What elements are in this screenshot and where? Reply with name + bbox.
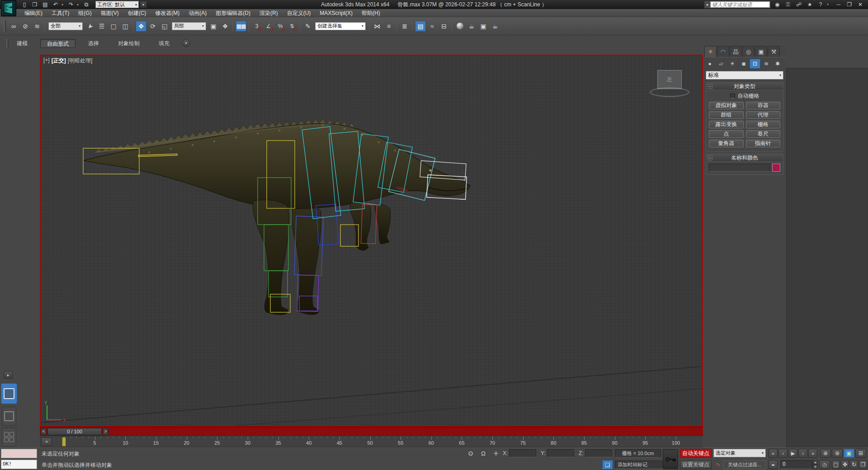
collapse-icon[interactable]: - [708, 84, 712, 89]
tab-display[interactable]: ▣ [755, 46, 767, 57]
zoom-all-icon[interactable]: ⊛ [832, 449, 843, 458]
viewcube[interactable]: 左 [649, 70, 690, 98]
bind-to-spacewarp-icon[interactable]: ≋ [32, 21, 42, 32]
object-type-button-2[interactable]: 群组 [709, 111, 744, 119]
app-logo[interactable] [1, 0, 16, 16]
save-file-icon[interactable]: ▤ [41, 1, 50, 8]
category-cameras-icon[interactable]: ◙ [738, 59, 749, 69]
object-color-swatch[interactable] [772, 164, 780, 172]
ribbon-tab-2[interactable]: 选择 [82, 39, 105, 48]
select-object-icon[interactable]: ➤ [82, 19, 98, 34]
category-helpers-icon[interactable]: ⊡ [750, 59, 760, 69]
toolbar-grip[interactable] [4, 20, 6, 32]
viewport[interactable]: [+] [正交] [明暗处理] 左 [40, 55, 703, 427]
workspace-selector[interactable]: 工作区: 默认 ▾ [95, 1, 139, 8]
category-geometry-icon[interactable]: ● [704, 59, 715, 69]
viewport-tab-flyout-icon[interactable]: ▸ [4, 371, 13, 379]
undo-icon[interactable]: ↶ [51, 1, 60, 8]
subscription-key-icon[interactable]: ⚿ [783, 1, 793, 8]
autogrid-checkbox[interactable] [730, 94, 735, 99]
redo-icon[interactable]: ↷ [66, 1, 75, 8]
tab-hierarchy[interactable]: 品 [730, 46, 742, 57]
zoom-icon[interactable]: ⊕ [820, 449, 831, 458]
zoom-region-icon[interactable]: ▢ [832, 460, 840, 469]
category-shapes-icon[interactable]: ▱ [716, 59, 726, 69]
communication-center-icon[interactable]: ☍ [794, 1, 803, 8]
key-selection-combo[interactable]: 选定对象 ▾ [713, 449, 766, 457]
snaps-toggle-3d-icon[interactable]: 3 [251, 21, 262, 32]
y-coord-field[interactable] [547, 449, 574, 457]
viewport-menu-general[interactable]: [+] [43, 57, 50, 65]
ribbon-tab-3[interactable]: 对象绘制 [112, 39, 146, 48]
default-tangent-icon[interactable]: ∿ [713, 461, 722, 469]
help-icon[interactable]: ? [816, 1, 825, 8]
select-and-move-icon[interactable]: ✥ [136, 21, 146, 32]
spinner-down-icon[interactable]: ▼ [813, 465, 818, 469]
track-bar[interactable]: ≈ 05101520253035404550556065707580859095… [40, 436, 703, 447]
orbit-icon[interactable]: ↻ [850, 460, 858, 469]
isolate-selection-icon[interactable]: ʘ [466, 449, 476, 458]
object-type-button-8[interactable]: 量角器 [709, 140, 744, 147]
absolute-offset-mode-icon[interactable]: ✛ [491, 449, 501, 458]
tab-utilities[interactable]: ⚒ [768, 46, 780, 57]
keyboard-shortcut-override-icon[interactable]: ▦▦ [236, 21, 246, 32]
collapse-icon[interactable]: - [708, 155, 712, 160]
ribbon-tab-4[interactable]: 填充 [152, 39, 176, 48]
reference-coordinate-system-combo[interactable]: 局部 ▾ [172, 22, 206, 30]
object-type-button-3[interactable]: 代理 [746, 111, 781, 119]
maximize-viewport-toggle-icon[interactable]: ❐ [859, 460, 867, 469]
search-flyout-icon[interactable]: ▸ [705, 2, 710, 7]
ribbon-minimize-icon[interactable]: ▾ [182, 39, 190, 47]
menu-item-3[interactable]: 视图(V) [96, 9, 123, 17]
select-and-manipulate-icon[interactable]: ❖ [220, 21, 231, 32]
object-type-button-1[interactable]: 容器 [746, 102, 781, 109]
unlink-selection-icon[interactable]: ⊘ [20, 21, 31, 32]
named-selection-sets-combo[interactable]: 创建选择集 ▾ [315, 22, 366, 30]
auto-key-button[interactable]: 自动关键点 [680, 449, 712, 458]
object-type-button-6[interactable]: 点 [709, 130, 744, 138]
key-filters-button[interactable]: 关键点过滤器... [723, 461, 766, 469]
workspace-drop-button[interactable]: ▾ [140, 1, 147, 8]
add-time-tag-field[interactable]: 添加时间标记 [615, 461, 665, 469]
viewport-menu-shading[interactable]: [明暗处理] [68, 57, 93, 65]
maxscript-listener-result[interactable]: OK! [1, 460, 37, 469]
time-slider-next-button[interactable]: > [103, 428, 108, 435]
time-slider-prev-button[interactable]: < [41, 428, 47, 435]
edit-named-selection-sets-icon[interactable]: ✎ [302, 21, 313, 32]
open-file-icon[interactable]: ❒ [30, 1, 39, 8]
angle-snap-icon[interactable]: ∠ [263, 21, 274, 32]
zoom-extents-all-icon[interactable]: ⊞ [855, 449, 866, 458]
curve-editor-icon[interactable]: ≈ [427, 21, 438, 32]
graphite-ribbon-toggle-icon[interactable]: ▤ [415, 21, 426, 32]
new-file-icon[interactable]: ▯ [20, 1, 29, 8]
go-to-start-button[interactable]: « [769, 449, 778, 458]
search-input[interactable] [710, 1, 770, 8]
maxscript-mini-listener-input[interactable] [1, 449, 37, 458]
time-configuration-icon[interactable]: ◷ [819, 460, 830, 469]
previous-frame-button[interactable]: ‹ [778, 449, 788, 458]
schematic-view-icon[interactable]: ⊟ [439, 21, 449, 32]
undo-caret-icon[interactable]: ▾ [61, 3, 65, 7]
object-type-rollout-header[interactable]: - 对象类型 [706, 83, 783, 90]
set-key-mode-button[interactable]: 设置关键点 [680, 460, 712, 469]
spinner-snap-icon[interactable]: ⇅ [287, 21, 297, 32]
object-name-field[interactable] [709, 164, 770, 172]
frame-spinner[interactable]: ▲▼ [813, 460, 818, 469]
ribbon-grip[interactable] [6, 39, 9, 48]
tab-create[interactable]: ✳ [704, 46, 717, 57]
play-button[interactable]: ▶ [788, 449, 797, 458]
minimize-button[interactable]: ─ [837, 1, 841, 8]
time-slider[interactable]: < 0 / 100 > [40, 427, 703, 436]
menu-item-0[interactable]: 编辑(E) [20, 9, 47, 17]
redo-caret-icon[interactable]: ▾ [77, 3, 80, 7]
x-coord-field[interactable] [509, 449, 536, 457]
menu-item-11[interactable]: 帮助(H) [357, 9, 385, 17]
z-coord-field[interactable] [585, 449, 612, 457]
viewcube-face[interactable]: 左 [657, 70, 682, 89]
menu-item-7[interactable]: 图形编辑器(D) [211, 9, 255, 17]
menu-item-10[interactable]: MAXScript(X) [315, 9, 357, 17]
render-production-icon[interactable]: ☕ [490, 21, 500, 32]
render-setup-icon[interactable]: ☕ [466, 21, 477, 32]
rendered-frame-window-icon[interactable]: ▣ [478, 21, 489, 32]
viewport-layout-tab-quad[interactable] [2, 428, 16, 446]
